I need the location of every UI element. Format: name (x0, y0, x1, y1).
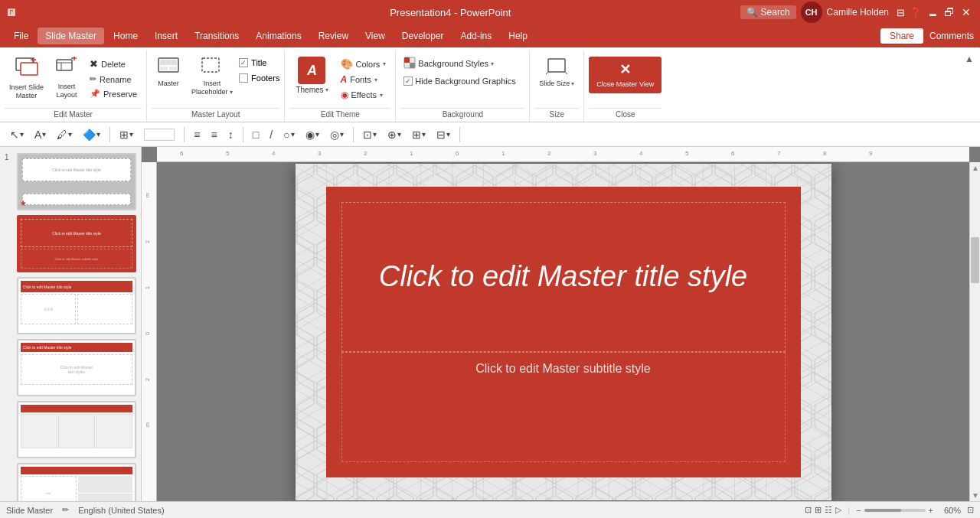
font-size-display[interactable] (140, 126, 178, 143)
shape-outline-tool[interactable]: ◎ ▾ (326, 126, 348, 143)
zoom-in-button[interactable]: + (929, 506, 933, 515)
font-size-input[interactable] (144, 129, 175, 141)
view-slideshow-icon[interactable]: ▷ (835, 505, 841, 515)
restore-button[interactable]: 🗗 (943, 6, 956, 18)
help-icon[interactable]: ❓ (910, 7, 922, 18)
ribbon-collapse-button[interactable]: ▲ (959, 50, 980, 67)
menu-insert[interactable]: Insert (147, 28, 185, 44)
menu-view[interactable]: View (358, 28, 393, 44)
slide-viewport: Click to edit Master title style Click t… (157, 162, 969, 501)
search-label: Search (761, 7, 790, 18)
scroll-up-button[interactable]: ▲ (970, 162, 980, 174)
svg-text:2: 2 (145, 378, 150, 381)
slide-thumbnail-4[interactable]: Click to edit Master title style Click t… (17, 339, 136, 396)
rename-button[interactable]: ✏ Rename (85, 73, 142, 86)
share-button[interactable]: Share (880, 28, 923, 44)
font-color-tool[interactable]: A ▾ (31, 126, 50, 143)
language-label: English (United States) (78, 506, 165, 515)
slide-size-button[interactable]: Slide Size ▾ (534, 54, 579, 90)
title-checkbox[interactable]: ✓ Title (239, 58, 279, 67)
ribbon-toggle-icon[interactable]: ⊟ (897, 7, 905, 18)
fit-to-window-button[interactable]: ⊡ (967, 505, 974, 515)
toolbar-separator-2 (184, 127, 185, 142)
preserve-button[interactable]: 📌 Preserve (85, 87, 142, 100)
status-right: ⊡ ⊞ ☷ ▷ | − + 60% ⊡ (805, 505, 974, 515)
crop-tool[interactable]: ⊕ ▾ (384, 126, 405, 143)
close-master-view-button[interactable]: ✕ Close Master View (589, 57, 662, 93)
menu-developer[interactable]: Developer (394, 28, 452, 44)
zoom-slider-fill (864, 509, 901, 512)
shape-fill-tool[interactable]: ◉ ▾ (302, 126, 323, 143)
highlight-tool[interactable]: 🖊 ▾ (53, 126, 76, 143)
shape-circle[interactable]: ○ ▾ (279, 126, 298, 143)
scroll-down-button[interactable]: ▼ (970, 490, 980, 501)
line-spacing-tool[interactable]: ↕ (224, 126, 237, 143)
title-placeholder[interactable]: Click to edit Master title style (341, 202, 786, 352)
slide-thumbnail-1[interactable]: Click to edit Master title style ★ (17, 153, 136, 210)
slide-row-4: Click to edit Master title style Click t… (5, 339, 136, 396)
cursor-tool[interactable]: ↖ ▾ (6, 126, 28, 143)
svg-text:9: 9 (869, 150, 873, 157)
align-tool[interactable]: ⊞ ▾ (116, 126, 137, 143)
effects-button[interactable]: ◉ Effects ▾ (336, 88, 391, 102)
user-avatar[interactable]: CH (801, 2, 822, 23)
slide-canvas[interactable]: Click to edit Master title style Click t… (296, 164, 831, 500)
svg-rect-17 (548, 59, 565, 72)
shape-line[interactable]: / (266, 126, 276, 143)
group-tool[interactable]: ⊞ ▾ (408, 126, 430, 143)
footers-checkbox[interactable]: Footers (239, 73, 279, 83)
svg-text:6: 6 (180, 150, 184, 157)
ruler-horizontal: 6 5 4 3 2 1 0 1 2 3 4 5 6 7 8 9 (157, 147, 969, 162)
zoom-out-button[interactable]: − (856, 506, 861, 515)
menu-review[interactable]: Review (311, 28, 356, 44)
svg-text:4: 4 (639, 150, 643, 157)
view-slide-icon[interactable]: ⊞ (815, 505, 822, 515)
insert-placeholder-button[interactable]: InsertPlaceholder ▾ (187, 54, 237, 99)
toolbar-separator-1 (109, 127, 110, 142)
slide-thumbnail-3[interactable]: Click to edit Master title style ①②③ (17, 277, 136, 334)
grid-tool[interactable]: ⊟ ▾ (433, 126, 454, 143)
svg-rect-10 (160, 60, 177, 65)
edit-master-small-buttons: ✖ Delete ✏ Rename 📌 Preserve (85, 54, 142, 100)
zoom-slider[interactable] (864, 509, 926, 512)
menu-animations[interactable]: Animations (248, 28, 309, 44)
view-reading-icon[interactable]: ☷ (825, 505, 832, 515)
menu-home[interactable]: Home (106, 28, 145, 44)
delete-button[interactable]: ✖ Delete (85, 57, 142, 71)
menu-file[interactable]: File (6, 28, 36, 44)
insert-layout-button[interactable]: InsertLayout (50, 54, 83, 103)
text-align-left[interactable]: ≡ (190, 126, 204, 143)
scroll-thumb[interactable] (971, 237, 979, 283)
slide-number-1: 1 (5, 153, 14, 161)
shape-square[interactable]: □ (249, 126, 263, 143)
menu-transitions[interactable]: Transitions (187, 28, 247, 44)
master-button[interactable]: Master (152, 54, 185, 90)
slide-thumbnail-5[interactable] (17, 401, 136, 458)
footers-label: Footers (251, 73, 279, 83)
minimize-button[interactable]: 🗕 (926, 6, 939, 18)
hide-background-checkbox[interactable]: ✓ Hide Background Graphics (400, 75, 518, 87)
text-align-center[interactable]: ≡ (207, 126, 221, 143)
arrange-tool[interactable]: ⊡ ▾ (359, 126, 381, 143)
view-normal-icon[interactable]: ⊡ (805, 505, 812, 515)
close-master-icon: ✕ (619, 61, 631, 78)
fonts-button[interactable]: A Fonts ▾ (336, 73, 391, 86)
menu-add-ins[interactable]: Add-ins (453, 28, 500, 44)
search-box[interactable]: 🔍 Search (740, 5, 796, 19)
edit-icon[interactable]: ✏ (62, 505, 69, 515)
comments-button[interactable]: Comments (929, 31, 974, 41)
effects-tool[interactable]: 🔷 ▾ (79, 126, 104, 143)
subtitle-placeholder[interactable]: Click to edit Master subtitle style (341, 352, 786, 462)
close-button[interactable]: ✕ (960, 6, 972, 18)
slide-thumbnail-6[interactable]: text (17, 463, 136, 501)
menu-help[interactable]: Help (501, 28, 535, 44)
themes-button[interactable]: A Themes ▾ (289, 54, 334, 97)
vertical-scrollbar[interactable]: ▲ ▼ (969, 162, 980, 501)
svg-text:0: 0 (145, 332, 150, 335)
background-styles-button[interactable]: Background Styles ▾ (400, 55, 497, 72)
subtitle-text: Click to edit Master subtitle style (475, 362, 651, 376)
menu-slide-master[interactable]: Slide Master (38, 28, 104, 44)
slide-thumbnail-2[interactable]: Click to edit Master title style Click t… (17, 215, 136, 272)
insert-slide-master-button[interactable]: Insert SlideMaster (5, 54, 48, 103)
colors-button[interactable]: 🎨 Colors ▾ (336, 57, 391, 71)
